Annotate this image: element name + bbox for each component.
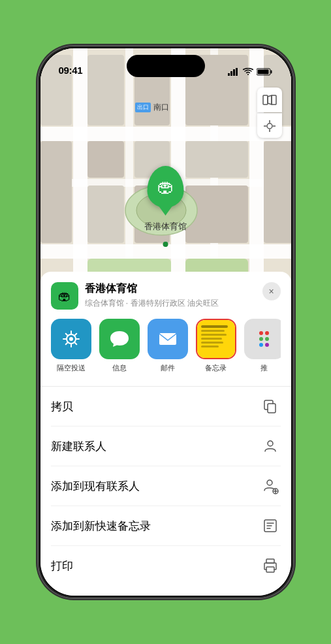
add-notes-label: 添加到新快速备忘录: [51, 519, 151, 534]
share-airdrop[interactable]: 隔空投送: [51, 319, 91, 373]
mail-icon: [156, 327, 180, 351]
svg-rect-5: [270, 71, 272, 74]
messages-icon: [108, 327, 131, 351]
venue-name: 香港体育馆: [85, 282, 219, 296]
notes-label: 备忘录: [205, 363, 227, 373]
copy-label: 拷贝: [51, 399, 73, 414]
svg-point-42: [69, 337, 73, 341]
svg-rect-3: [236, 68, 238, 76]
svg-rect-23: [185, 141, 248, 178]
more-label: 推: [260, 363, 268, 373]
svg-point-36: [267, 123, 272, 129]
status-time: 09:41: [59, 65, 83, 76]
venue-info: 🏟 香港体育馆 综合体育馆 · 香港特别行政区 油尖旺区: [51, 282, 219, 310]
more-dots-icon: [259, 331, 269, 347]
svg-rect-54: [266, 567, 274, 572]
svg-rect-43: [159, 333, 176, 345]
venue-marker[interactable]: 🏟 香港体育馆: [144, 166, 187, 233]
action-add-notes[interactable]: 添加到新快速备忘录: [51, 506, 281, 546]
battery-icon: [257, 68, 273, 76]
svg-rect-2: [233, 69, 235, 76]
svg-rect-18: [87, 185, 124, 243]
airdrop-label: 隔空投送: [57, 363, 86, 373]
copy-icon: [260, 396, 281, 417]
more-icon-box: [244, 319, 281, 359]
phone-screen: 09:41: [40, 48, 291, 596]
status-icons: [228, 68, 273, 76]
print-icon: [260, 555, 281, 576]
venue-subtitle: 综合体育馆 · 香港特别行政区 油尖旺区: [85, 298, 219, 309]
print-label: 打印: [51, 558, 73, 573]
svg-rect-26: [264, 141, 291, 243]
svg-rect-0: [228, 73, 230, 76]
location-button[interactable]: [257, 113, 282, 138]
action-print[interactable]: 打印: [51, 546, 281, 585]
stadium-icon: 🏟: [157, 177, 174, 197]
svg-rect-44: [268, 404, 276, 413]
mail-label: 邮件: [161, 363, 175, 373]
map-icon: [262, 93, 277, 107]
svg-point-46: [267, 480, 272, 485]
gate-badge: 出口: [135, 103, 151, 112]
gate-text: 南口: [153, 102, 169, 113]
add-notes-icon: [260, 515, 281, 536]
svg-rect-30: [40, 141, 72, 243]
svg-rect-55: [266, 559, 274, 563]
messages-label: 信息: [112, 363, 127, 373]
bottom-sheet: 🏟 香港体育馆 综合体育馆 · 香港特别行政区 油尖旺区 ×: [40, 272, 291, 596]
venue-logo-icon: 🏟: [58, 289, 71, 304]
venue-details: 香港体育馆 综合体育馆 · 香港特别行政区 油尖旺区: [85, 282, 219, 309]
venue-name-map: 香港体育馆: [144, 221, 187, 233]
share-row: 隔空投送 信息: [51, 319, 281, 376]
new-contact-label: 新建联系人: [51, 439, 106, 454]
south-gate-label: 出口 南口: [135, 102, 169, 113]
close-button[interactable]: ×: [262, 282, 281, 300]
phone-frame: 09:41: [39, 46, 293, 598]
messages-icon-box: [99, 319, 140, 359]
svg-rect-1: [230, 71, 232, 76]
share-messages[interactable]: 信息: [99, 319, 140, 373]
svg-rect-6: [257, 70, 268, 74]
map-type-button[interactable]: [257, 88, 282, 112]
venue-logo: 🏟: [51, 282, 78, 310]
notes-icon-box: [196, 319, 236, 359]
airdrop-icon: [60, 328, 82, 350]
mail-icon-box: [148, 319, 188, 359]
dynamic-island: [127, 55, 205, 77]
action-add-existing[interactable]: 添加到现有联系人: [51, 466, 281, 506]
new-contact-icon: [260, 436, 281, 457]
share-notes[interactable]: 备忘录: [196, 319, 236, 373]
signal-icon: [228, 68, 240, 76]
svg-marker-34: [268, 95, 272, 105]
svg-rect-33: [263, 95, 268, 105]
action-copy[interactable]: 拷贝: [51, 387, 281, 427]
marker-pin: 🏟: [148, 166, 184, 208]
svg-rect-17: [87, 141, 124, 178]
svg-rect-35: [272, 95, 276, 105]
action-new-contact[interactable]: 新建联系人: [51, 427, 281, 466]
sheet-header: 🏟 香港体育馆 综合体育馆 · 香港特别行政区 油尖旺区 ×: [51, 282, 281, 310]
add-existing-label: 添加到现有联系人: [51, 479, 140, 494]
marker-dot: [163, 242, 168, 247]
map-controls: [257, 88, 282, 138]
location-icon: [263, 120, 276, 133]
share-mail[interactable]: 邮件: [148, 319, 188, 373]
svg-point-45: [268, 441, 273, 446]
wifi-icon: [243, 68, 253, 76]
airdrop-icon-box: [51, 319, 91, 359]
add-existing-icon: [260, 475, 281, 496]
share-more[interactable]: 推: [244, 319, 281, 373]
